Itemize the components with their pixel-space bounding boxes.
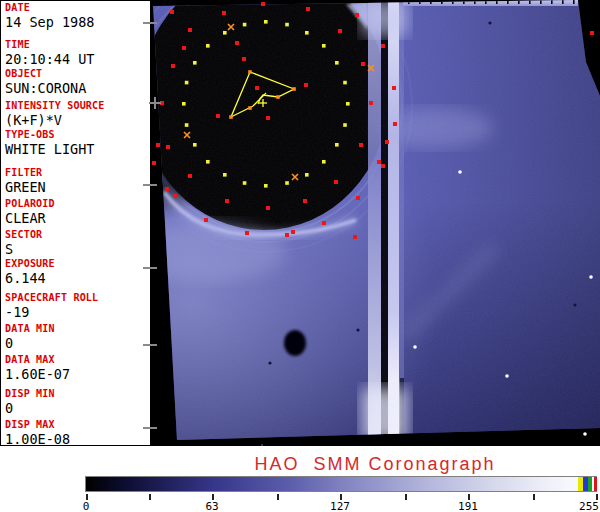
- star-point: [458, 170, 462, 174]
- pointer-vertex-dot: [248, 106, 252, 110]
- red-fiducial-dot: [381, 44, 385, 48]
- colorbar-tick-label: 127: [330, 500, 350, 512]
- yellow-fiducial-dot: [243, 23, 247, 27]
- pointer-vertex-dot: [292, 87, 296, 91]
- metadata-field: OBJECTSUN:CORONA: [5, 68, 86, 96]
- metadata-field: DATE14 Sep 1988: [5, 2, 94, 30]
- field-label: INTENSITY SOURCE: [5, 100, 105, 111]
- red-fiducial-dot: [245, 231, 249, 235]
- red-fiducial-dot: [304, 83, 308, 87]
- red-fiducial-dot: [356, 196, 360, 200]
- field-value: GREEN: [5, 179, 46, 195]
- metadata-field: DATA MIN0: [5, 323, 55, 351]
- red-fiducial-dot: [353, 235, 357, 239]
- red-fiducial-dot: [338, 29, 342, 33]
- field-value: SUN:CORONA: [5, 80, 86, 96]
- red-fiducial-dot: [392, 86, 396, 90]
- red-fiducial-dot: [188, 28, 192, 32]
- red-fiducial-dot: [165, 187, 169, 191]
- red-fiducial-dot: [235, 41, 239, 45]
- metadata-field: DISP MIN0: [5, 388, 55, 416]
- field-label: DATA MAX: [5, 354, 70, 365]
- colorbar-tick-label: 0: [83, 500, 90, 512]
- field-value: CLEAR: [5, 210, 55, 226]
- red-fiducial-dot: [285, 233, 289, 237]
- field-value: 1.60E-07: [5, 366, 70, 382]
- red-fiducial-dot: [377, 160, 381, 164]
- yellow-fiducial-dot: [243, 181, 247, 185]
- field-value: WHITE LIGHT: [5, 141, 94, 157]
- photo-field: [150, 0, 600, 446]
- fiducial-tick: [143, 22, 157, 24]
- pointer-vertex-dot: [229, 115, 233, 119]
- yellow-fiducial-dot: [305, 31, 309, 35]
- field-label: FILTER: [5, 167, 46, 178]
- field-value: (K+F)*V: [5, 112, 105, 128]
- metadata-field: EXPOSURE6.144: [5, 258, 55, 286]
- red-fiducial-dot: [306, 7, 310, 11]
- coronagraph-viewer-window: DATE14 Sep 1988TIME20:10:44 UTOBJECTSUN:…: [0, 0, 600, 512]
- red-fiducial-dot: [204, 218, 208, 222]
- red-fiducial-dot: [188, 174, 192, 178]
- red-fiducial-dot: [385, 140, 389, 144]
- red-fiducial-dot: [171, 64, 175, 68]
- metadata-field: DISP MAX1.00E-08: [5, 419, 70, 447]
- red-fiducial-dot: [393, 122, 397, 126]
- yellow-fiducial-dot: [223, 173, 227, 177]
- metadata-field: POLAROIDCLEAR: [5, 198, 55, 226]
- colorbar: [85, 476, 597, 492]
- pointer-vertex-dot: [248, 70, 252, 74]
- metadata-field: TYPE-OBSWHITE LIGHT: [5, 129, 94, 157]
- yellow-fiducial-dot: [185, 81, 189, 85]
- field-value: 14 Sep 1988: [5, 14, 94, 30]
- red-fiducial-dot: [222, 11, 226, 15]
- field-label: DISP MAX: [5, 419, 70, 430]
- field-value: -19: [5, 304, 98, 320]
- red-fiducial-dot: [590, 31, 594, 35]
- fiducial-tick: [143, 427, 157, 429]
- yellow-fiducial-dot: [335, 143, 339, 147]
- red-fiducial-dot: [261, 2, 265, 6]
- colorbar-tick: [533, 494, 535, 500]
- dark-speck: [268, 361, 271, 364]
- field-value: 1.00E-08: [5, 431, 70, 447]
- fiducial-tick: [143, 184, 157, 186]
- red-fiducial-dot: [255, 86, 259, 90]
- metadata-field: TIME20:10:44 UT: [5, 39, 94, 67]
- red-fiducial-dot: [303, 199, 307, 203]
- yellow-fiducial-dot: [185, 123, 189, 127]
- red-fiducial-dot: [182, 46, 186, 50]
- star-point: [589, 275, 593, 279]
- red-fiducial-dot: [242, 57, 246, 61]
- red-fiducial-dot: [170, 10, 174, 14]
- colorbar-tick: [405, 494, 407, 500]
- red-fiducial-dot: [381, 164, 385, 168]
- red-fiducial-dot: [334, 180, 338, 184]
- metadata-field: SPACECRAFT ROLL-19: [5, 292, 98, 320]
- coronagraph-image: [150, 0, 600, 446]
- colorbar-tick-label: 63: [205, 500, 218, 512]
- yellow-fiducial-dot: [264, 20, 268, 24]
- metadata-field: SECTORS: [5, 229, 42, 257]
- colorbar-tick-label: 191: [458, 500, 478, 512]
- field-label: DATA MIN: [5, 323, 55, 334]
- image-display-area: [150, 0, 600, 446]
- field-label: TIME: [5, 39, 94, 50]
- red-fiducial-dot: [361, 62, 365, 66]
- dark-speck: [573, 303, 576, 306]
- red-fiducial-dot: [322, 221, 326, 225]
- colorbar-end-stripe: [594, 477, 597, 491]
- red-fiducial-dot: [266, 116, 270, 120]
- yellow-fiducial-dot: [343, 81, 347, 85]
- red-fiducial-dot: [152, 161, 156, 165]
- red-fiducial-dot: [355, 13, 359, 17]
- yellow-fiducial-dot: [346, 102, 350, 106]
- field-label: TYPE-OBS: [5, 129, 94, 140]
- colorbar-tick-label: 255: [579, 500, 599, 512]
- image-title: HAO SMM Coronagraph: [150, 454, 600, 475]
- yellow-fiducial-dot: [335, 61, 339, 65]
- red-fiducial-dot: [173, 194, 177, 198]
- footer-panel: HAO SMM Coronagraph 063127191255: [0, 446, 600, 512]
- yellow-fiducial-dot: [182, 102, 186, 106]
- field-label: SPACECRAFT ROLL: [5, 292, 98, 303]
